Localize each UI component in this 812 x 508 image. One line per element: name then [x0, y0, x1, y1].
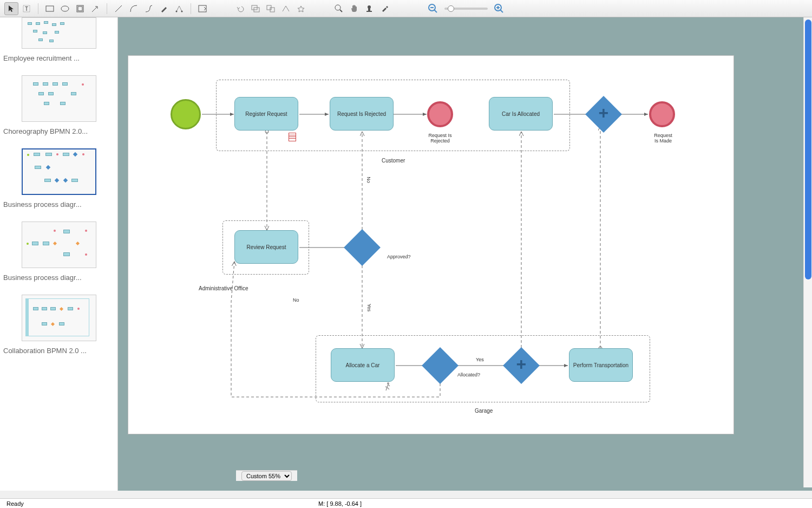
svg-point-14	[335, 5, 340, 10]
separator	[107, 3, 107, 14]
task-request-rejected[interactable]: Request Is Rejected	[330, 97, 394, 131]
svg-line-21	[434, 10, 437, 12]
user-task-icon	[383, 382, 392, 394]
svg-point-8	[181, 10, 183, 12]
straighten-tool[interactable]	[279, 2, 293, 15]
zoom-out-button[interactable]	[426, 2, 440, 15]
arrow-tool[interactable]	[88, 2, 102, 15]
gateway-allocated-label: Allocated?	[457, 372, 480, 377]
svg-point-3	[61, 6, 69, 11]
scroll-thumb[interactable]	[805, 19, 811, 279]
stamp-tool[interactable]	[362, 2, 376, 15]
connector-tool[interactable]	[142, 2, 156, 15]
edge-yes-vert: Yes	[366, 304, 372, 312]
canvas-page[interactable]: Customer Administrative Office Garage Re…	[128, 55, 734, 434]
task-car-allocated[interactable]: Car Is Allocated	[489, 97, 553, 131]
svg-point-18	[368, 5, 371, 9]
vertical-scrollbar[interactable]	[803, 17, 812, 487]
task-review-request[interactable]: Review Request	[234, 230, 298, 264]
task-perform-transportation[interactable]: Perform Transportation	[569, 348, 633, 382]
svg-point-7	[176, 10, 178, 12]
svg-point-27	[387, 382, 389, 385]
pool-admin-label: Administrative Office	[199, 285, 248, 291]
end-event-request-made[interactable]	[649, 101, 675, 127]
undo-tool[interactable]	[233, 2, 247, 15]
ungroup-tool[interactable]	[264, 2, 278, 15]
svg-rect-16	[366, 11, 372, 12]
end-event-rejected-label: Request Is Rejected	[418, 133, 462, 144]
thumbnail-label: Business process diagr...	[0, 272, 117, 283]
thumbnail-label: Business process diagr...	[0, 199, 117, 210]
insert-tool[interactable]	[195, 2, 209, 15]
select-tool[interactable]	[4, 2, 18, 15]
thumbnail-sidebar[interactable]: Employee recruitment ... Choreography BP…	[0, 17, 118, 491]
svg-line-15	[340, 10, 342, 12]
svg-line-6	[115, 5, 122, 12]
end-event-rejected[interactable]	[427, 101, 453, 127]
pan-tool[interactable]	[347, 2, 361, 15]
separator	[191, 3, 191, 14]
task-register-request[interactable]: Register Request	[234, 97, 298, 131]
note-icon	[289, 133, 296, 141]
zoom-slider[interactable]	[444, 8, 488, 10]
container-tool[interactable]	[73, 2, 87, 15]
effects-tool[interactable]	[294, 2, 308, 15]
svg-line-25	[500, 10, 503, 12]
edge-no-vert: No	[366, 177, 371, 183]
rect-tool[interactable]	[43, 2, 57, 15]
line-tool[interactable]	[112, 2, 126, 15]
svg-rect-9	[199, 5, 206, 12]
anchor-tool[interactable]	[172, 2, 186, 15]
pool-customer-label: Customer	[382, 158, 405, 164]
zoom-in-button[interactable]	[492, 2, 506, 15]
end-event-made-label: Request Is Made	[648, 133, 678, 144]
start-event[interactable]	[171, 99, 201, 129]
zoom-select[interactable]: Custom 55%	[241, 471, 292, 481]
zoom-tool[interactable]	[332, 2, 346, 15]
pool-garage-label: Garage	[475, 408, 493, 414]
status-coords: M: [ 9.88, -0.64 ]	[318, 500, 362, 507]
edge-yes: Yes	[476, 357, 484, 362]
separator	[38, 3, 38, 14]
group-tool[interactable]	[248, 2, 263, 15]
eyedropper-tool[interactable]	[377, 2, 391, 15]
pen-tool[interactable]	[157, 2, 171, 15]
thumbnail-item[interactable]: Choreography BPMN 2.0...	[0, 70, 117, 143]
status-ready: Ready	[6, 500, 24, 507]
status-bar: Ready M: [ 9.88, -0.64 ]	[0, 498, 812, 508]
thumbnail-item-selected[interactable]: Business process diagr...	[0, 143, 117, 216]
edge-no: No	[293, 297, 299, 303]
svg-rect-2	[46, 6, 54, 11]
task-allocate-car[interactable]: Allocate a Car	[331, 348, 395, 382]
curve-tool[interactable]	[127, 2, 141, 15]
ellipse-tool[interactable]	[58, 2, 72, 15]
thumbnail-label: Choreography BPMN 2.0...	[0, 126, 117, 136]
main-toolbar: T	[0, 0, 812, 17]
thumbnail-item[interactable]: Employee recruitment ...	[0, 17, 117, 70]
gateway-approved-label: Approved?	[387, 254, 411, 259]
text-tool[interactable]: T	[19, 2, 34, 15]
thumbnail-label: Collaboration BPMN 2.0 ...	[0, 346, 117, 356]
thumbnail-label: Employee recruitment ...	[0, 53, 117, 63]
zoom-bar: Custom 55%	[236, 470, 297, 481]
zoom-slider-thumb[interactable]	[448, 5, 454, 12]
thumbnail-item[interactable]: Business process diagr...	[0, 216, 117, 289]
svg-rect-5	[78, 6, 82, 11]
svg-text:T: T	[25, 6, 28, 12]
canvas-area[interactable]: Customer Administrative Office Garage Re…	[118, 17, 812, 491]
thumbnail-item[interactable]: Collaboration BPMN 2.0 ...	[0, 289, 117, 362]
